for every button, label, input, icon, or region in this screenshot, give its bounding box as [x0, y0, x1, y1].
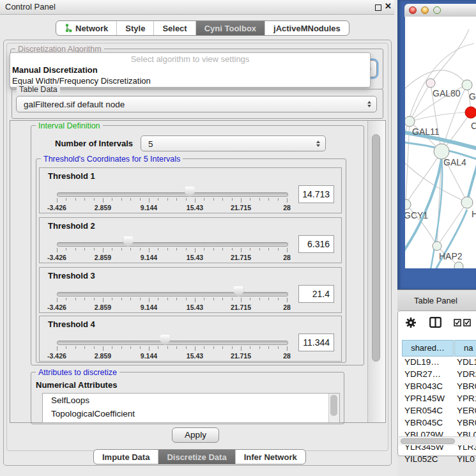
tick-label: 2.859: [84, 303, 122, 311]
network-edge: [431, 29, 469, 83]
node-gcy1[interactable]: [405, 199, 411, 210]
tab-impute-data[interactable]: Impute Data: [94, 450, 158, 464]
tab-jactivemnodules[interactable]: jActiveMNodules: [265, 21, 349, 35]
tick-mark: [130, 298, 131, 300]
tick-mark: [195, 346, 196, 351]
threshold-1-value-field[interactable]: 14.713: [298, 185, 334, 203]
threshold-2-value-field[interactable]: 6.316: [298, 235, 334, 253]
table-row[interactable]: YDL19…YDL1: [397, 357, 476, 369]
column-header-shared[interactable]: shared…: [402, 340, 454, 357]
cell-name: YPR1: [457, 394, 476, 403]
tick-label: 9.144: [130, 254, 168, 261]
tab-style[interactable]: Style: [116, 21, 153, 35]
float-window-icon[interactable]: [375, 4, 381, 11]
checkbox-icon[interactable]: [454, 319, 461, 326]
tick-mark: [75, 248, 76, 250]
tick-mark: [158, 198, 158, 201]
tick-mark: [149, 346, 150, 351]
threshold-3-slider-track[interactable]: [57, 292, 288, 296]
attribute-item-selfloops[interactable]: SelfLoops: [43, 394, 339, 407]
table-row[interactable]: YBR045CYBR0: [397, 418, 476, 430]
gear-icon[interactable]: [405, 317, 417, 328]
tab-select[interactable]: Select: [153, 21, 195, 35]
table-row[interactable]: YBR043CYBR0: [397, 381, 476, 394]
tab-cyni-toolbox[interactable]: Cyni Toolbox: [196, 21, 265, 35]
tick-mark: [222, 298, 223, 300]
table-data-value: galFiltered.sif default node: [24, 100, 125, 109]
cell-name: YIL0: [457, 454, 475, 464]
checkbox-icon[interactable]: [463, 319, 471, 326]
tick-mark: [140, 248, 141, 250]
tab-label: Style: [125, 24, 145, 33]
table-row[interactable]: YIL052CYIL0: [397, 454, 476, 466]
tick-mark: [195, 248, 196, 252]
attribute-item-betweennesscentrality[interactable]: BetweennessCentrality: [43, 420, 339, 423]
dropdown-option-manual-discretization[interactable]: Manual Discretization: [10, 65, 370, 75]
threshold-1-slider-track[interactable]: [57, 192, 288, 197]
threshold-4-value-field[interactable]: 11.344: [298, 334, 334, 351]
vertical-scrollbar-thumb[interactable]: [372, 134, 380, 362]
dropdown-option-equal-width-frequency-discretization[interactable]: Equal Width/Frequency Discretization: [10, 75, 370, 86]
tick-mark: [195, 198, 196, 203]
tick-mark: [84, 298, 85, 300]
interval-definition-title: Interval Definition: [36, 121, 103, 130]
tick-label: 15.43: [176, 204, 214, 211]
tick-mark: [278, 298, 279, 300]
node-gal11[interactable]: [405, 116, 415, 127]
tick-mark: [287, 198, 288, 203]
threshold-2-slider-track[interactable]: [57, 242, 288, 247]
tick-mark: [241, 346, 242, 351]
tab-label: Select: [162, 24, 187, 33]
tick-label: -3.426: [38, 352, 76, 360]
number-of-intervals-label: Number of Intervals: [55, 139, 133, 148]
table-row[interactable]: YER054CYER0: [397, 406, 476, 418]
tick-mark: [259, 346, 260, 349]
column-header-name[interactable]: na: [454, 340, 476, 357]
threshold-3-value-field[interactable]: 21.4: [298, 285, 334, 303]
tick-mark: [57, 248, 58, 252]
attributes-scrollbar-thumb[interactable]: [330, 395, 337, 416]
tab-label: Network: [75, 24, 108, 33]
split-columns-icon[interactable]: [429, 317, 441, 328]
node-gal80[interactable]: [426, 79, 435, 88]
horizontal-scrollbar-thumb[interactable]: [401, 438, 455, 444]
node-bottom[interactable]: [454, 262, 463, 268]
tab-label: Infer Network: [244, 452, 297, 462]
network-window-titlebar[interactable]: [404, 4, 476, 17]
tab-infer-network[interactable]: Infer Network: [235, 450, 305, 464]
table-row[interactable]: YDR27…YDR2: [397, 369, 476, 381]
minimize-traffic-light-icon[interactable]: [421, 6, 429, 14]
table-panel-body: shared… na YDL19…YDL1YDR27…YDR2YBR043CYB…: [397, 311, 476, 476]
tick-mark: [75, 346, 76, 349]
tick-mark: [241, 298, 242, 302]
node-h[interactable]: [461, 197, 473, 208]
threshold-4-slider-track[interactable]: [57, 341, 288, 345]
table-data-combo[interactable]: galFiltered.sif default node: [16, 96, 377, 112]
number-of-intervals-combo[interactable]: 5: [141, 135, 326, 151]
attribute-item-topologicalcoefficient[interactable]: TopologicalCoefficient: [43, 407, 339, 420]
network-canvas[interactable]: GAL80GACGAL11GAL4GCY1HHAP2: [405, 17, 476, 268]
tick-mark: [213, 198, 214, 201]
tab-network[interactable]: Network: [56, 21, 116, 35]
tick-label: 21.715: [222, 352, 260, 360]
table-header-row: shared… na: [397, 340, 476, 357]
node-hap2[interactable]: [433, 242, 441, 250]
tick-label: -3.426: [38, 303, 76, 311]
tick-mark: [222, 346, 223, 349]
tick-mark: [204, 248, 204, 250]
tab-discretize-data[interactable]: Discretize Data: [158, 450, 234, 464]
node-top-right[interactable]: [462, 80, 472, 90]
numerical-attributes-list[interactable]: SelfLoopsTopologicalCoefficientBetweenne…: [42, 393, 340, 423]
node-red[interactable]: [465, 107, 476, 118]
table-row[interactable]: YPR145WYPR1: [397, 394, 476, 406]
cell-name: YBR0: [457, 381, 476, 391]
apply-button[interactable]: Apply: [172, 427, 219, 443]
close-icon[interactable]: ✕: [385, 1, 392, 11]
close-traffic-light-icon[interactable]: [409, 6, 417, 14]
tick-label: -3.426: [38, 204, 76, 211]
zoom-traffic-light-icon[interactable]: [433, 6, 441, 14]
tick-label: 15.43: [176, 303, 214, 311]
threshold-3-label: Threshold 3: [48, 271, 95, 280]
tick-label: 28: [268, 303, 306, 311]
tick-mark: [278, 346, 279, 349]
